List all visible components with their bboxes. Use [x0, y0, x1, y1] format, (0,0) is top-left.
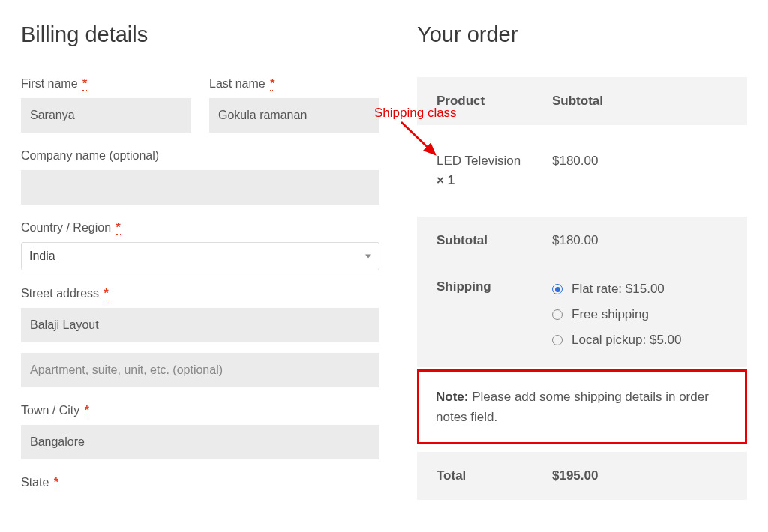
- chevron-down-icon: [365, 255, 371, 259]
- ship-flat-label: Flat rate: $15.00: [572, 282, 664, 297]
- billing-column: Billing details First name * Last name *…: [21, 22, 380, 500]
- last-name-label: Last name *: [209, 77, 380, 91]
- order-total-row: Total $195.00: [417, 452, 747, 500]
- total-label: Total: [417, 452, 552, 500]
- required-mark: *: [270, 77, 274, 91]
- last-name-input[interactable]: [209, 98, 380, 133]
- note-label: Note:: [436, 390, 468, 404]
- order-column: Your order Product Subtotal LED Televisi…: [417, 22, 747, 500]
- street-field-wrap: Street address *: [21, 287, 380, 387]
- subtotal-value: $180.00: [552, 217, 747, 265]
- required-mark: *: [54, 476, 58, 489]
- item-product-cell: LED Television × 1: [417, 125, 552, 217]
- required-mark: *: [104, 287, 109, 300]
- order-line-item: LED Television × 1 $180.00: [417, 125, 747, 217]
- shipping-note: Note: Please add some shipping details i…: [417, 369, 747, 444]
- country-select[interactable]: India: [21, 242, 380, 270]
- ship-local-label: Local pickup: $5.00: [572, 333, 682, 348]
- ship-opt-free-shipping[interactable]: Free shipping: [552, 307, 738, 322]
- company-field-wrap: Company name (optional): [21, 149, 380, 205]
- ship-opt-flat-rate[interactable]: Flat rate: $15.00: [552, 282, 738, 297]
- required-mark: *: [82, 77, 87, 91]
- ship-free-label: Free shipping: [572, 307, 649, 322]
- country-field-wrap: Country / Region * India: [21, 221, 380, 270]
- first-name-input[interactable]: [21, 98, 191, 133]
- state-field-wrap: State *: [21, 476, 380, 489]
- order-subtotal-row: Subtotal $180.00: [417, 217, 747, 265]
- last-name-field-wrap: Last name *: [209, 77, 380, 133]
- company-input[interactable]: [21, 170, 380, 205]
- ship-opt-local-pickup[interactable]: Local pickup: $5.00: [552, 333, 738, 348]
- annotation-label: Shipping class: [374, 106, 457, 121]
- first-name-field-wrap: First name *: [21, 77, 191, 133]
- billing-heading: Billing details: [21, 22, 380, 47]
- item-price: $180.00: [552, 125, 747, 217]
- city-input[interactable]: [21, 425, 380, 459]
- shipping-label: Shipping: [417, 265, 552, 311]
- street-address-input-1[interactable]: [21, 308, 380, 342]
- th-subtotal: Subtotal: [552, 77, 747, 125]
- radio-icon: [552, 284, 562, 294]
- company-label: Company name (optional): [21, 149, 380, 163]
- item-qty: × 1: [436, 173, 552, 188]
- street-address-input-2[interactable]: [21, 353, 380, 387]
- required-mark: *: [116, 221, 121, 235]
- state-label: State *: [21, 476, 380, 489]
- order-shipping-row: Shipping Flat rate: $15.00 Free shipping: [417, 265, 747, 367]
- city-field-wrap: Town / City *: [21, 404, 380, 459]
- subtotal-label: Subtotal: [417, 217, 552, 265]
- order-table: Product Subtotal LED Television × 1 $180…: [417, 77, 747, 500]
- first-name-label: First name *: [21, 77, 191, 91]
- shipping-options: Flat rate: $15.00 Free shipping Local pi…: [552, 265, 747, 367]
- radio-icon: [552, 309, 562, 320]
- order-heading: Your order: [417, 22, 747, 47]
- note-text: Please add some shipping details in orde…: [436, 390, 709, 424]
- required-mark: *: [85, 404, 89, 417]
- radio-icon: [552, 335, 562, 345]
- country-label: Country / Region *: [21, 221, 380, 235]
- order-table-head: Product Subtotal: [417, 77, 747, 125]
- street-label: Street address *: [21, 287, 380, 300]
- item-name: LED Television: [436, 154, 552, 169]
- country-selected-value: India: [29, 250, 56, 263]
- city-label: Town / City *: [21, 404, 380, 417]
- total-value: $195.00: [552, 452, 747, 500]
